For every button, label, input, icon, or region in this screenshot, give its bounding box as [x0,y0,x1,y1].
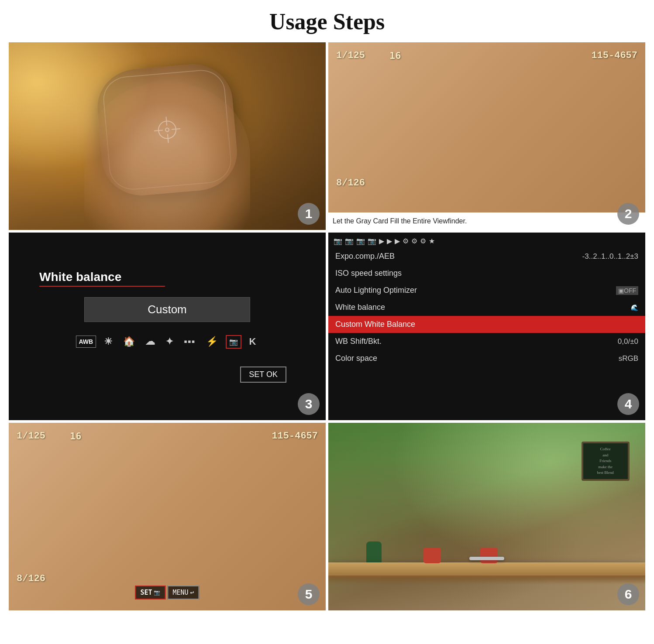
step-number-2: 2 [617,203,639,225]
blackboard-text: Coffee and Friends make the best Blend [597,446,614,476]
menu-arrow-icon: ↩ [190,589,194,596]
step-2-cell: 1/125 16 115-4657 8/126 Let the Gray Car… [328,42,645,230]
menu-label-text: MENU [172,589,188,596]
menu-val-expo: -3..2..1..0..1..2±3 [582,252,638,261]
step-3-wb-icons-row: AWB ☀ 🏠 ☁ ✦ ▪▪▪ ⚡ 📷 K [76,334,259,349]
step-2-camera-bg: 1/125 16 115-4657 8/126 [328,42,645,212]
step-6-pot1 [423,548,441,563]
wb-icon-sun: ☀ [101,334,115,349]
step-6-handle [469,557,504,560]
menu-label-cwb: Custom White Balance [335,320,415,329]
step-5-set-button[interactable]: SET 📷 [135,586,165,599]
wb-icon-kelvin: K [247,334,259,349]
menu-val-wb: 🌊 [631,304,638,311]
step-6-blackboard: Coffee and Friends make the best Blend [582,442,630,481]
step-3-wb-title: White balance [39,270,121,284]
menu-row-alo: Auto Lighting Optimizer ▣OFF [328,282,645,299]
menu-val-wbshift: 0,0/±0 [618,337,638,346]
menu-label-colorspace: Color space [335,354,377,363]
step-number-1: 1 [298,203,320,225]
menu-label-wbshift: WB Shift/Bkt. [335,337,382,346]
step-6-photo: Coffee and Friends make the best Blend [328,423,645,610]
step-6-cell: Coffee and Friends make the best Blend 6 [328,423,645,610]
step-2-frame: 8/126 [336,178,365,188]
step-2-id: 115-4657 [591,50,637,61]
wb-icon-custom-active: 📷 [226,335,241,349]
step-number-4: 4 [617,393,639,415]
menu-icon-3: 📷 [356,237,365,245]
menu-label-iso: ISO speed settings [335,269,402,278]
page-title: Usage Steps [9,9,645,34]
menu-row-wbshift: WB Shift/Bkt. 0,0/±0 [328,333,645,350]
hand-holding-card [84,82,250,230]
wb-icon-flash2: ▪▪▪ [181,334,198,349]
menu-label-expo: Expo.comp./AEB [335,252,395,261]
step-5-aperture: 16 [70,431,82,442]
wb-icon-flash: ⚡ [203,334,220,349]
set-cam-icon: 📷 [154,589,160,596]
menu-row-cwb: Custom White Balance [328,316,645,333]
step-4-menu-icons: 📷 📷 📷 📷 ▶ ▶ ▶ ⚙ ⚙ ⚙ ★ [328,233,645,248]
steps-grid: 1 1/125 16 115-4657 8/126 Let the Gray C… [9,42,645,610]
menu-val-alo: ▣OFF [616,286,638,295]
step-5-buttons: SET 📷 MENU ↩ [135,586,199,599]
wb-icon-cloud: ☁ [143,334,158,349]
step-6-shelf [328,562,645,575]
step-2-aperture: 16 [389,50,401,61]
menu-label-alo: Auto Lighting Optimizer [335,286,417,295]
step-6-pot2 [480,548,498,563]
step-5-cell: 1/125 16 115-4657 8/126 SET 📷 MENU ↩ 5 [9,423,326,610]
wb-icon-sun2: ✦ [163,334,176,349]
menu-row-iso: ISO speed settings [328,265,645,282]
menu-row-expo: Expo.comp./AEB -3..2..1..0..1..2±3 [328,248,645,265]
menu-icon-6: ▶ [387,237,392,245]
step-4-camera-menu: 📷 📷 📷 📷 ▶ ▶ ▶ ⚙ ⚙ ⚙ ★ Expo.comp./AEB -3.… [328,233,645,420]
step-4-cell: 📷 📷 📷 📷 ▶ ▶ ▶ ⚙ ⚙ ⚙ ★ Expo.comp./AEB -3.… [328,233,645,420]
step-5-shutter: 1/125 [17,431,45,442]
step-number-3: 3 [298,393,320,415]
step-2-caption: Let the Gray Card Fill the Entire Viewfi… [328,212,645,230]
menu-icon-10: ⚙ [420,237,426,245]
step-2-overlay [328,42,645,212]
step-2-shutter: 1/125 [336,50,365,61]
step-1-photo [9,42,326,230]
step-number-6: 6 [617,583,639,605]
menu-icon-2: 📷 [345,237,354,245]
menu-icon-8: ⚙ [403,237,409,245]
step-5-menu-button[interactable]: MENU ↩ [167,586,199,599]
page-container: Usage Steps [0,0,654,623]
step-3-cell: White balance Custom AWB ☀ 🏠 ☁ ✦ ▪▪▪ ⚡ 📷… [9,233,326,420]
step-5-id: 115-4657 [272,431,318,442]
menu-icon-11: ★ [429,237,435,245]
menu-row-wb: White balance 🌊 [328,299,645,316]
wb-icon-house: 🏠 [120,334,138,349]
menu-label-wb: White balance [335,303,385,312]
step-5-camera-bg: 1/125 16 115-4657 8/126 SET 📷 MENU ↩ [9,423,326,610]
menu-icon-5: ▶ [379,237,384,245]
menu-icon-7: ▶ [395,237,400,245]
step-5-frame: 8/126 [17,573,45,584]
step-3-camera-screen: White balance Custom AWB ☀ 🏠 ☁ ✦ ▪▪▪ ⚡ 📷… [9,233,326,420]
menu-icon-1: 📷 [334,237,342,245]
menu-icon-9: ⚙ [411,237,417,245]
step-6-vase [366,541,382,563]
step-1-cell: 1 [9,42,326,230]
menu-row-colorspace: Color space sRGB [328,350,645,367]
step-number-5: 5 [298,583,320,605]
wb-icon-awb: AWB [76,336,96,348]
step-3-set-ok[interactable]: SET OK [240,367,286,383]
menu-icon-4: 📷 [368,237,376,245]
menu-val-colorspace: sRGB [619,354,638,363]
set-label-text: SET [140,589,152,596]
step-2-caption-text: Let the Gray Card Fill the Entire Viewfi… [333,217,467,225]
step-3-wb-custom: Custom [84,297,250,322]
